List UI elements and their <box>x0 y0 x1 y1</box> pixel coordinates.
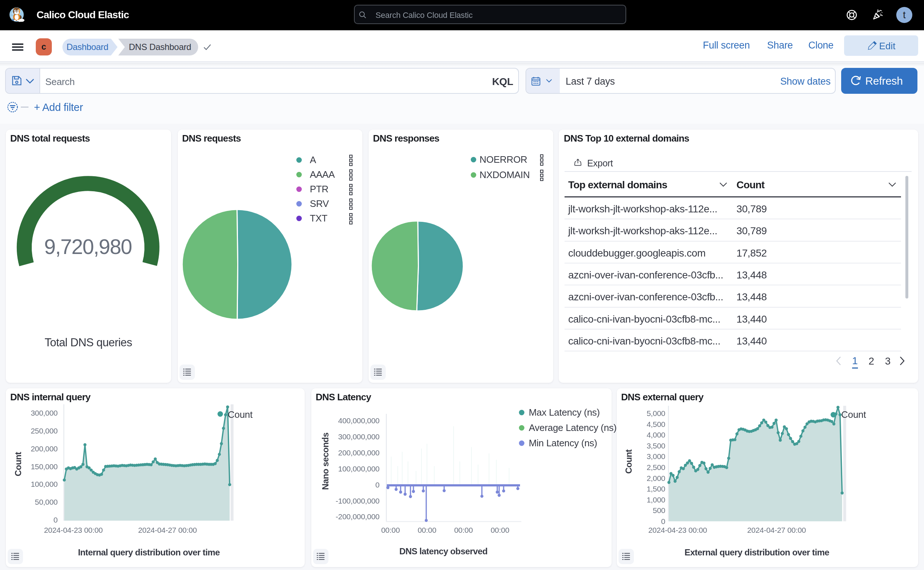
svg-text:Total DNS queries: Total DNS queries <box>44 336 132 349</box>
svg-text:9,720,980: 9,720,980 <box>44 235 132 258</box>
